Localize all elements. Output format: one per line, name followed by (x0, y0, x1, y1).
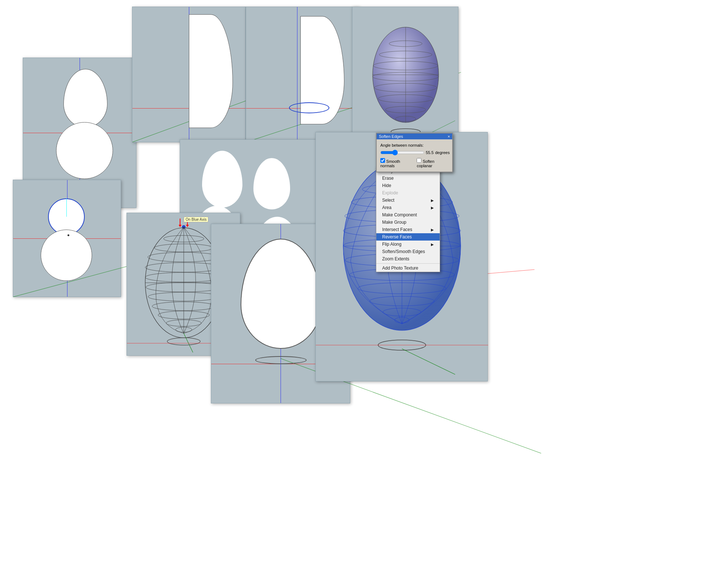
soften-coplanar-checkbox[interactable] (417, 158, 421, 163)
menu-item-zoom-extents[interactable]: Zoom Extents (376, 255, 440, 263)
panel-small-circle (13, 180, 121, 297)
angle-label: Angle between normals: (380, 143, 449, 147)
menu-item-hide[interactable]: Hide (376, 182, 440, 189)
menu-item-make-group[interactable]: Make Group (376, 219, 440, 226)
soften-close-button[interactable]: × (448, 134, 450, 139)
degrees-label: degrees (435, 150, 450, 155)
panel-half-egg-rotated (246, 7, 359, 142)
area-arrow: ▶ (431, 206, 434, 210)
svg-line-33 (184, 333, 193, 352)
menu-item-area[interactable]: Area ▶ (376, 204, 440, 211)
menu-item-explode[interactable]: Explode (376, 189, 440, 197)
flip-arrow: ▶ (431, 242, 434, 246)
svg-marker-32 (186, 225, 189, 227)
angle-slider[interactable] (380, 150, 424, 155)
menu-item-select[interactable]: Select ▶ (376, 197, 440, 204)
context-menu: Entity Info Erase Hide Explode Select ▶ … (376, 167, 440, 272)
menu-item-intersect-faces[interactable]: Intersect Faces ▶ (376, 226, 440, 233)
intersect-arrow: ▶ (431, 228, 434, 232)
panel-half-egg-profile (132, 7, 246, 142)
tooltip-on-blue-axis: On Blue Axis (184, 217, 208, 222)
menu-item-make-component[interactable]: Make Component (376, 211, 440, 219)
menu-item-soften-smooth[interactable]: Soften/Smooth Edges (376, 248, 440, 255)
select-arrow: ▶ (431, 198, 434, 202)
soften-edges-title: Soften Edges (379, 134, 403, 139)
angle-value: 55.5 (426, 150, 433, 155)
svg-point-34 (167, 338, 200, 345)
menu-item-add-photo-texture[interactable]: Add Photo Texture (376, 264, 440, 272)
menu-separator (376, 263, 440, 264)
smooth-normals-checkbox[interactable] (380, 158, 385, 163)
menu-item-flip-along[interactable]: Flip Along ▶ (376, 241, 440, 248)
panel-3d-shaded-egg (352, 7, 458, 146)
svg-line-54 (402, 349, 455, 374)
menu-item-reverse-faces[interactable]: Reverse Faces (376, 233, 440, 241)
soften-edges-panel: Soften Edges × Angle between normals: 55… (376, 133, 453, 172)
menu-item-erase[interactable]: Erase (376, 175, 440, 182)
svg-marker-30 (179, 225, 182, 227)
